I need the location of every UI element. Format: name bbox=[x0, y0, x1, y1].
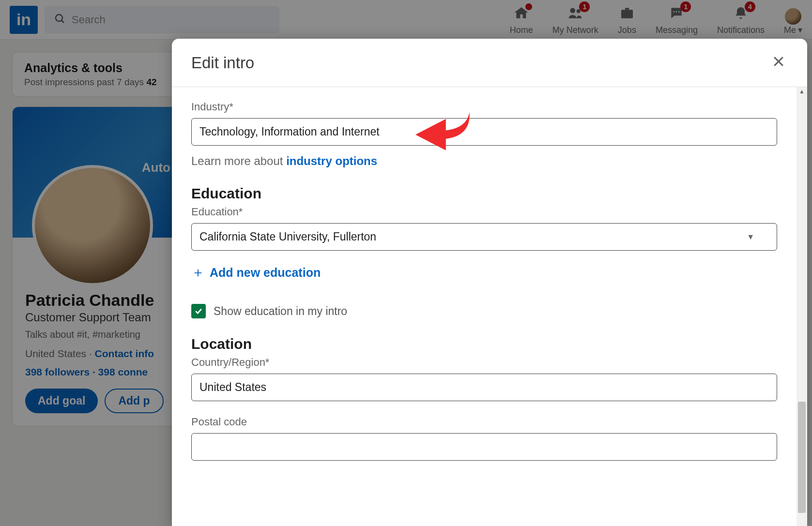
education-value: California State University, Fullerton bbox=[199, 230, 376, 243]
scroll-thumb[interactable] bbox=[798, 402, 806, 513]
nav-home-badge bbox=[525, 3, 532, 10]
contact-info-link[interactable]: Contact info bbox=[95, 348, 154, 359]
education-heading: Education bbox=[191, 185, 777, 202]
nav-label: Jobs bbox=[618, 25, 636, 35]
postal-code-input[interactable] bbox=[191, 433, 777, 461]
profile-talks: Talks about #it, #marketing bbox=[25, 329, 165, 340]
analytics-subtitle: Post impressions past 7 days 42 bbox=[24, 77, 166, 88]
nav-me[interactable]: Me ▾ bbox=[784, 8, 802, 35]
nav-messaging-badge: 1 bbox=[680, 1, 691, 12]
bell-icon: 4 bbox=[733, 5, 749, 23]
country-label: Country/Region* bbox=[191, 356, 777, 369]
location-heading: Location bbox=[191, 336, 777, 352]
add-education-label: Add new education bbox=[210, 266, 321, 280]
analytics-subtitle-text: Post impressions past 7 days bbox=[24, 77, 146, 87]
edit-intro-modal: Edit intro Industry* Learn more about in… bbox=[172, 39, 807, 526]
profile-headline: Customer Support Team bbox=[25, 311, 165, 324]
nav-network[interactable]: 1 My Network bbox=[552, 5, 598, 35]
nav-label: Home bbox=[510, 25, 533, 35]
avatar-icon bbox=[785, 8, 801, 25]
nav-label: Notifications bbox=[717, 25, 765, 35]
svg-point-6 bbox=[676, 11, 677, 13]
scrollbar[interactable]: ▲ bbox=[797, 87, 807, 526]
profile-stats[interactable]: 398 followers · 398 conne bbox=[25, 366, 165, 378]
chevron-down-icon: ▾ bbox=[798, 25, 802, 35]
svg-rect-4 bbox=[621, 10, 633, 18]
people-icon: 1 bbox=[567, 5, 583, 23]
search-wrap bbox=[45, 6, 279, 33]
profile-name: Patricia Chandle bbox=[25, 291, 165, 310]
nav-me-label: Me bbox=[784, 25, 796, 35]
briefcase-icon bbox=[619, 5, 635, 23]
svg-point-7 bbox=[678, 11, 680, 13]
profile-avatar[interactable] bbox=[32, 165, 153, 286]
postal-code-label: Postal code bbox=[191, 416, 777, 428]
industry-helper: Learn more about industry options bbox=[191, 154, 777, 168]
education-label: Education* bbox=[191, 206, 777, 218]
nav-network-badge: 1 bbox=[579, 1, 590, 12]
profile-card: Auto Patricia Chandle Customer Support T… bbox=[13, 107, 177, 426]
top-navbar: in Home 1 My Network Jobs bbox=[0, 0, 812, 40]
nav-label: Messaging bbox=[656, 25, 698, 35]
close-icon[interactable] bbox=[769, 52, 788, 73]
nav-messaging[interactable]: 1 Messaging bbox=[656, 5, 698, 35]
connections-count: 398 conne bbox=[98, 366, 148, 377]
nav-jobs[interactable]: Jobs bbox=[618, 5, 636, 35]
modal-header: Edit intro bbox=[172, 39, 807, 87]
education-select[interactable]: California State University, Fullerton ▼ bbox=[191, 223, 777, 251]
add-new-education-button[interactable]: ＋ Add new education bbox=[191, 263, 777, 282]
separator: · bbox=[90, 366, 98, 377]
analytics-card[interactable]: Analytics & tools Post impressions past … bbox=[13, 52, 177, 96]
industry-label: Industry* bbox=[191, 101, 777, 113]
nav-notifications-badge: 4 bbox=[745, 1, 755, 12]
helper-prefix: Learn more about bbox=[191, 154, 286, 167]
analytics-title: Analytics & tools bbox=[24, 61, 166, 75]
svg-point-5 bbox=[674, 11, 675, 13]
profile-location-row: United States · Contact info bbox=[25, 348, 165, 360]
cover-text: Auto bbox=[142, 160, 170, 175]
modal-body: Industry* Learn more about industry opti… bbox=[172, 87, 797, 526]
show-education-label: Show education in my intro bbox=[214, 305, 347, 318]
scroll-up-icon[interactable]: ▲ bbox=[797, 88, 807, 95]
industry-options-link[interactable]: industry options bbox=[286, 154, 377, 167]
chevron-down-icon: ▼ bbox=[747, 233, 754, 241]
nav-items: Home 1 My Network Jobs 1 Messaging bbox=[510, 0, 802, 39]
nav-notifications[interactable]: 4 Notifications bbox=[717, 5, 765, 35]
svg-point-2 bbox=[570, 8, 576, 13]
followers-count: 398 followers bbox=[25, 366, 90, 377]
separator: · bbox=[86, 348, 95, 359]
country-input[interactable] bbox=[191, 374, 777, 401]
nav-home[interactable]: Home bbox=[510, 5, 533, 35]
modal-title: Edit intro bbox=[191, 54, 254, 72]
annotation-arrow-icon bbox=[409, 104, 472, 164]
svg-line-1 bbox=[61, 20, 64, 23]
cover-photo[interactable]: Auto bbox=[13, 107, 177, 238]
svg-point-0 bbox=[56, 15, 62, 21]
industry-input[interactable] bbox=[191, 118, 777, 146]
show-education-checkbox[interactable] bbox=[191, 304, 206, 318]
plus-icon: ＋ bbox=[191, 263, 205, 282]
profile-location: United States bbox=[25, 348, 86, 359]
home-icon bbox=[514, 5, 529, 23]
add-profile-section-button[interactable]: Add p bbox=[105, 389, 163, 413]
search-icon bbox=[54, 13, 66, 27]
linkedin-logo[interactable]: in bbox=[10, 6, 38, 34]
search-input[interactable] bbox=[45, 6, 279, 33]
add-goal-button[interactable]: Add goal bbox=[25, 389, 98, 413]
show-education-checkbox-row: Show education in my intro bbox=[191, 304, 777, 318]
nav-label: My Network bbox=[552, 25, 598, 35]
message-icon: 1 bbox=[669, 5, 684, 23]
analytics-count: 42 bbox=[146, 77, 156, 87]
